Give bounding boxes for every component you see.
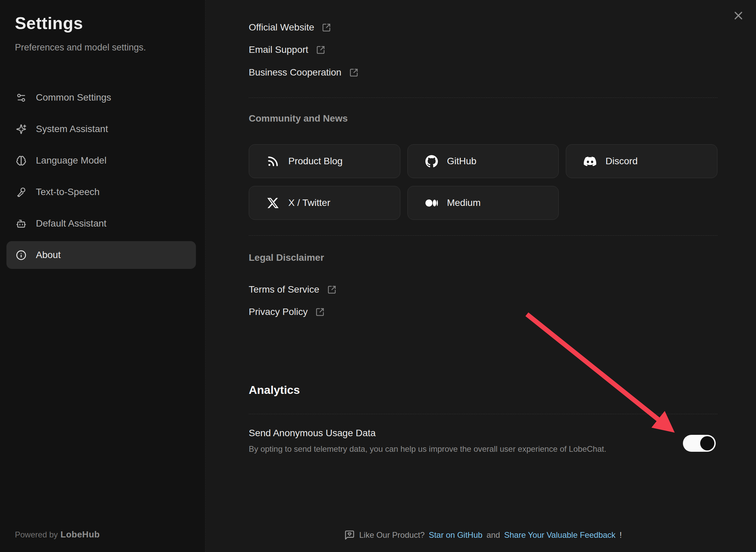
privacy-policy-link[interactable]: Privacy Policy	[249, 305, 325, 319]
link-label: Official Website	[249, 22, 314, 33]
sidebar-item-text-to-speech[interactable]: Text-to-Speech	[6, 178, 196, 206]
link-label: Terms of Service	[249, 284, 319, 295]
external-link-icon	[315, 307, 325, 317]
sidebar-item-language-model[interactable]: Language Model	[6, 147, 196, 174]
sidebar-item-label: Common Settings	[36, 92, 111, 103]
sidebar-item-about[interactable]: About	[6, 241, 196, 269]
close-icon	[732, 9, 745, 22]
sidebar-item-system-assistant[interactable]: System Assistant	[6, 115, 196, 143]
powered-by: Powered byLobeHub	[15, 529, 100, 540]
bot-icon	[16, 218, 26, 229]
section-divider	[249, 98, 717, 98]
external-link-icon	[316, 45, 325, 55]
sliders-icon	[16, 92, 26, 103]
button-label: GitHub	[447, 156, 476, 167]
sidebar-item-default-assistant[interactable]: Default Assistant	[6, 210, 196, 237]
settings-sidebar: Settings Preferences and model settings.…	[0, 0, 205, 552]
microphone-icon	[16, 187, 26, 197]
link-label: Business Cooperation	[249, 67, 341, 78]
sidebar-item-label: Language Model	[36, 155, 107, 166]
sidebar-item-label: Text-to-Speech	[36, 187, 99, 197]
lobehub-logo[interactable]: LobeHub	[61, 529, 100, 539]
medium-icon	[425, 197, 438, 209]
medium-button[interactable]: Medium	[407, 186, 559, 220]
x-twitter-icon	[267, 197, 279, 209]
footer-text: Like Our Product?	[359, 530, 424, 540]
github-icon	[425, 155, 438, 168]
settings-nav: Common Settings System Assistant Languag…	[6, 84, 196, 269]
info-icon	[16, 250, 26, 260]
discord-icon	[584, 155, 596, 168]
sidebar-item-label: Default Assistant	[36, 218, 107, 229]
section-divider	[249, 414, 717, 414]
usage-data-toggle[interactable]	[683, 435, 716, 452]
button-label: X / Twitter	[288, 197, 330, 208]
email-support-link[interactable]: Email Support	[249, 43, 325, 57]
brain-icon	[16, 155, 26, 166]
footer-text: and	[487, 530, 500, 540]
external-link-icon	[327, 285, 336, 294]
sidebar-item-common-settings[interactable]: Common Settings	[6, 84, 196, 111]
section-divider	[249, 235, 717, 236]
link-label: Email Support	[249, 44, 308, 55]
sidebar-item-label: System Assistant	[36, 124, 108, 134]
usage-data-label: Send Anonymous Usage Data	[249, 426, 376, 440]
product-blog-button[interactable]: Product Blog	[249, 144, 400, 178]
community-heading: Community and News	[249, 113, 348, 124]
powered-by-text: Powered by	[15, 530, 58, 539]
close-button[interactable]	[731, 8, 746, 23]
share-feedback-link[interactable]: Share Your Valuable Feedback	[504, 530, 616, 540]
page-subtitle: Preferences and model settings.	[15, 42, 146, 53]
legal-heading: Legal Disclaimer	[249, 252, 324, 263]
usage-data-description: By opting to send telemetry data, you ca…	[249, 444, 606, 454]
business-cooperation-link[interactable]: Business Cooperation	[249, 66, 358, 79]
github-button[interactable]: GitHub	[407, 144, 559, 178]
analytics-heading: Analytics	[249, 383, 300, 397]
link-label: Privacy Policy	[249, 306, 308, 317]
message-square-heart-icon	[344, 530, 355, 540]
contact-us-heading: Contact Us	[249, 0, 299, 0]
page-title: Settings	[15, 14, 83, 33]
rss-icon	[267, 155, 279, 168]
sidebar-item-label: About	[36, 250, 61, 260]
discord-button[interactable]: Discord	[566, 144, 717, 178]
about-settings-panel: Contact Us Official Website Email Suppor…	[249, 0, 717, 552]
button-label: Discord	[605, 156, 638, 167]
community-buttons: Product Blog GitHub Discord X / Twitter …	[249, 144, 717, 220]
feedback-footer: Like Our Product? Star on GitHub and Sha…	[249, 529, 717, 541]
button-label: Medium	[447, 197, 481, 208]
official-website-link[interactable]: Official Website	[249, 21, 331, 34]
external-link-icon	[349, 68, 358, 77]
button-label: Product Blog	[288, 156, 342, 167]
terms-of-service-link[interactable]: Terms of Service	[249, 283, 336, 296]
toggle-knob	[700, 436, 714, 450]
star-on-github-link[interactable]: Star on GitHub	[429, 530, 483, 540]
external-link-icon	[322, 23, 331, 32]
x-twitter-button[interactable]: X / Twitter	[249, 186, 400, 220]
sparkles-icon	[16, 124, 26, 134]
footer-text: !	[620, 530, 622, 540]
